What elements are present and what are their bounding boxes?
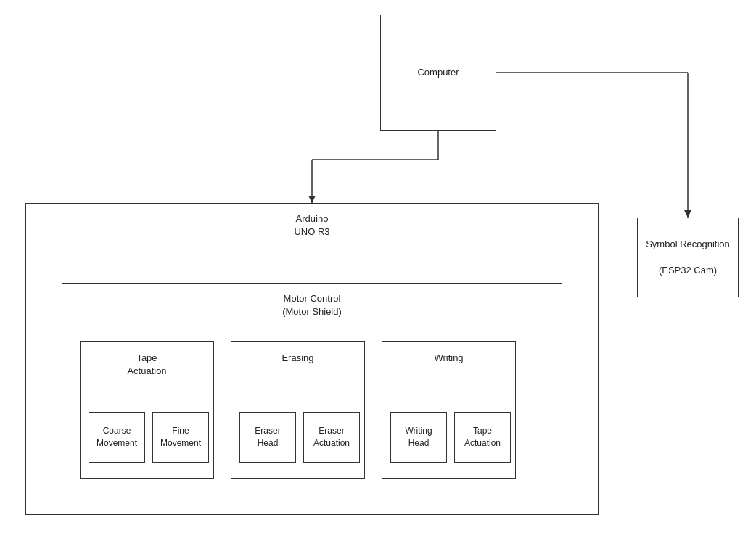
motor-control-label: Motor Control (Motor Shield) (282, 292, 342, 318)
diagram-container: Computer Arduino UNO R3 Motor Control (M… (0, 0, 756, 538)
eraser-actuation-box: Eraser Actuation (303, 412, 360, 463)
writing-label: Writing (434, 352, 463, 365)
coarse-movement-box: Coarse Movement (89, 412, 145, 463)
arduino-label: Arduino UNO R3 (294, 212, 329, 239)
symbol-recognition-label: Symbol Recognition (ESP32 Cam) (646, 238, 730, 278)
erasing-label: Erasing (282, 352, 313, 365)
eraser-actuation-label: Eraser Actuation (313, 425, 350, 450)
svg-marker-3 (308, 196, 316, 203)
tape-actuation-label: Tape Actuation (127, 352, 166, 378)
computer-label: Computer (417, 66, 459, 79)
tape-actuation2-box: Tape Actuation (454, 412, 511, 463)
writing-head-label: Writing Head (405, 425, 432, 450)
fine-movement-label: Fine Movement (160, 425, 201, 450)
eraser-head-label: Eraser Head (255, 425, 280, 450)
tape-actuation2-label: Tape Actuation (464, 425, 501, 450)
computer-box: Computer (380, 15, 496, 131)
writing-head-box: Writing Head (390, 412, 447, 463)
symbol-recognition-box: Symbol Recognition (ESP32 Cam) (637, 218, 739, 297)
svg-marker-6 (684, 210, 691, 218)
coarse-movement-label: Coarse Movement (96, 425, 137, 450)
fine-movement-box: Fine Movement (152, 412, 209, 463)
eraser-head-box: Eraser Head (239, 412, 296, 463)
